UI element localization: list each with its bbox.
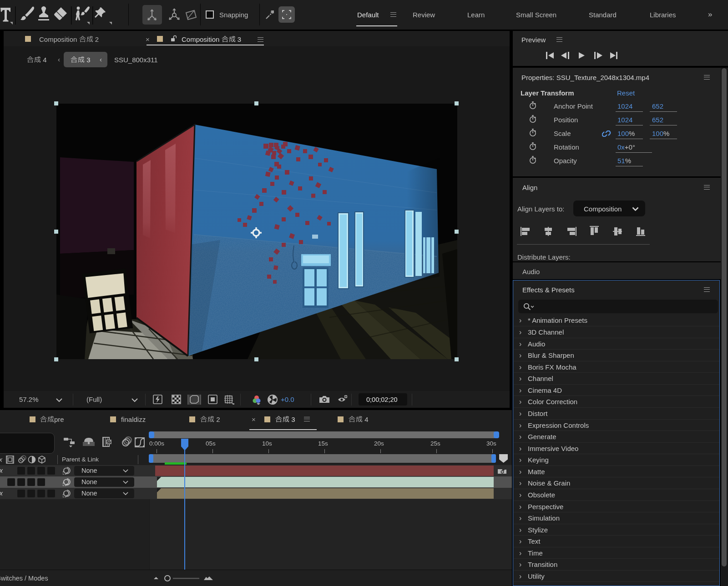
svg-text:fx: fx xyxy=(0,456,3,463)
